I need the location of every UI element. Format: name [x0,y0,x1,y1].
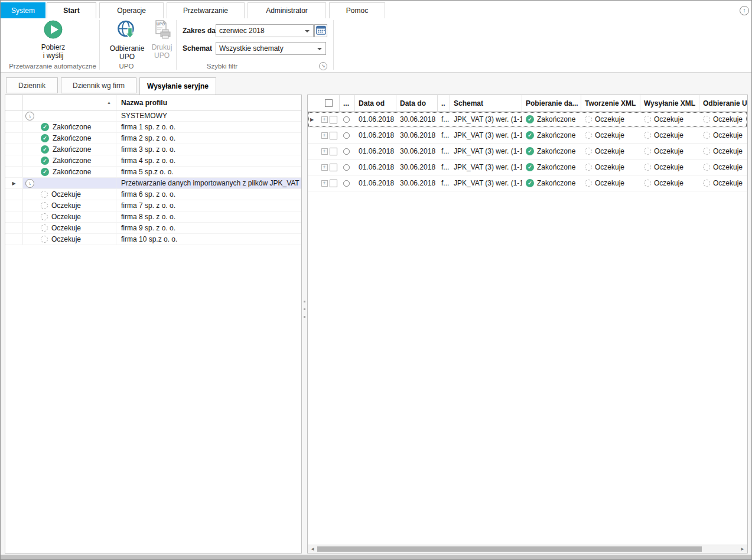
expand-button[interactable]: + [321,180,328,187]
header-schemat[interactable]: Schemat [450,95,522,111]
zakres-dat-select[interactable]: czerwiec 2018 [216,24,314,37]
schemat-cell: JPK_VAT (3) wer. (1-1) [450,179,522,187]
tab-operacje[interactable]: Operacje [99,2,164,18]
wysylanie-xml-cell: Oczekuje [640,179,699,187]
status-label: Zakończone [537,115,575,123]
svg-text:UPO: UPO [157,22,165,26]
window-bottom-strip [1,555,751,559]
row-indicator [5,189,23,200]
collapse-ribbon-icon[interactable]: ↑ [740,6,749,15]
header-firma[interactable]: .. [438,95,450,111]
profile-row[interactable]: ✓Zakończonefirma 3 sp. z o. o. [5,144,301,155]
profile-row[interactable]: ✓Zakończonefirma 5 sp.z o. o. [5,167,301,178]
header-tworzenie-xml[interactable]: Tworzenie XML [581,95,640,111]
send-row[interactable]: +01.06.201830.06.2018f...JPK_VAT (3) wer… [308,175,747,191]
profile-row[interactable]: Oczekujefirma 7 sp. z o. o. [5,200,301,211]
send-row[interactable]: +01.06.201830.06.2018f...JPK_VAT (3) wer… [308,144,747,159]
pobierz-wyslij-button[interactable]: Pobierz i wyślij [31,19,75,60]
profile-row[interactable]: Oczekujefirma 9 sp. z o. o. [5,223,301,234]
row-checkbox[interactable] [330,148,337,155]
tab-start[interactable]: Start [47,2,96,18]
printer-upo-icon: UPO [152,19,172,41]
row-select-cell: + [318,132,340,139]
tab-administrator[interactable]: Administrator [248,2,326,18]
scrollbar-thumb[interactable] [317,546,702,552]
data-do-cell: 30.06.2018 [396,163,438,171]
row-checkbox[interactable] [330,132,337,139]
header-data-do[interactable]: Data do [396,95,438,111]
header-nazwa-profilu[interactable]: Nazwa profilu [116,95,301,110]
tab-przetwarzanie[interactable]: Przetwarzanie [167,2,245,18]
row-indicator [5,223,23,233]
profile-name: firma 9 sp. z o. o. [116,223,301,233]
drukuj-label-line1: Drukuj [152,43,172,51]
send-row[interactable]: ▶+01.06.201830.06.2018f...JPK_VAT (3) we… [308,112,747,128]
tab-dziennik-wg-firm[interactable]: Dziennik wg firm [61,77,136,93]
row-checkbox[interactable] [330,180,337,187]
odbieranie-label-line2: UPO [110,53,145,61]
profile-row[interactable]: Oczekujefirma 8 sp. z o. o. [5,211,301,223]
schemat-select[interactable]: Wszystkie schematy [216,42,326,55]
profile-row[interactable]: Oczekujefirma 6 sp. z o. o. [5,189,301,200]
wysylanie-xml-cell: Oczekuje [640,131,699,139]
wysylanie-xml-cell: Oczekuje [640,115,699,123]
scroll-left-icon[interactable]: ◄ [310,546,315,552]
group-expand-icon[interactable]: ↓ [25,179,34,188]
splitter-dot [304,301,305,302]
header-pobieranie-danych[interactable]: Pobieranie da... [522,95,581,111]
expand-button[interactable]: + [321,116,328,123]
calendar-button[interactable] [314,24,327,37]
szybki-filtr-launcher-icon[interactable]: ↘ [319,62,327,70]
header-status-cell[interactable]: ▲ [23,95,116,110]
profile-status-cell: ↓ [23,178,116,188]
tab-system[interactable]: System [1,2,45,18]
circle-status-icon [343,148,350,155]
tworzenie-xml-cell: Oczekuje [581,163,640,171]
status-waiting-icon [703,132,710,139]
status-label: Oczekuje [654,163,683,171]
horizontal-scrollbar[interactable]: ◄ ► [308,545,747,553]
data-od-cell: 01.06.2018 [355,179,396,187]
send-row[interactable]: +01.06.201830.06.2018f...JPK_VAT (3) wer… [308,159,747,175]
send-row[interactable]: +01.06.201830.06.2018f...JPK_VAT (3) wer… [308,128,747,144]
status-waiting-icon [644,180,651,187]
send-table-header: ... Data od Data do .. Schemat Pobierani… [308,95,747,112]
status-waiting-icon [644,164,651,171]
tab-dziennik[interactable]: Dziennik [6,77,58,93]
expand-button[interactable]: + [321,164,328,171]
profile-row[interactable]: ✓Zakończonefirma 1 sp. z o. o. [5,122,301,133]
header-data-od[interactable]: Data od [355,95,396,111]
ribbon-group-separator [333,20,334,70]
header-select-cell[interactable] [318,95,340,111]
profile-row[interactable]: ✓Zakończonefirma 4 sp. z o. o. [5,155,301,167]
profile-group-row[interactable]: ▶↓Przetwarzanie danych importowanych z p… [5,178,301,189]
status-done-icon: ✓ [41,145,49,154]
tab-wysylanie-seryjne[interactable]: Wysyłanie seryjne [139,77,216,95]
status-waiting-icon [644,148,651,155]
row-checkbox[interactable] [330,164,337,171]
panel-splitter[interactable] [302,95,307,554]
expand-button[interactable]: + [321,148,328,155]
profile-row[interactable]: Oczekujefirma 10 sp.z o. o. [5,234,301,245]
odbieranie-upo-button[interactable]: Odbieranie UPO [107,19,147,61]
select-all-checkbox[interactable] [325,99,333,107]
wysylanie-xml-cell: Oczekuje [640,147,699,155]
status-waiting-icon [41,191,48,198]
tab-pomoc[interactable]: Pomoc [329,2,385,18]
status-label: Oczekuje [654,131,683,139]
row-indicator [5,167,23,177]
header-wysylanie-xml[interactable]: Wysyłanie XML [640,95,699,111]
schemat-cell: JPK_VAT (3) wer. (1-1) [450,163,522,171]
scroll-right-icon[interactable]: ► [740,546,746,552]
header-dots[interactable]: ... [340,95,355,111]
group-expand-icon[interactable]: ↓ [25,112,34,121]
tworzenie-xml-cell: Oczekuje [581,147,640,155]
expand-button[interactable]: + [321,132,328,139]
status-label: Oczekuje [654,115,683,123]
profile-status-cell: ✓Zakończone [23,144,116,155]
header-odbieranie-upo[interactable]: Odbieranie U [699,95,747,111]
status-label: Oczekuje [595,147,624,155]
row-checkbox[interactable] [330,116,337,123]
profile-row[interactable]: ✓Zakończonefirma 2 sp. z o. o. [5,133,301,144]
profile-group-row[interactable]: ↓SYSTEMOWY [5,110,301,122]
